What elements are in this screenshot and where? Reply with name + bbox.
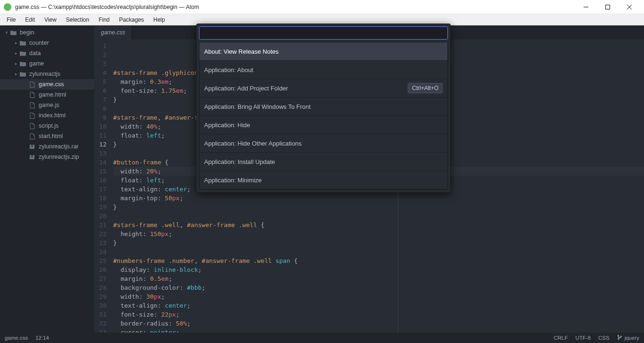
tree-folder-begin[interactable]: ▾begin	[0, 27, 94, 38]
line-number[interactable]: 18	[94, 194, 107, 203]
line-number[interactable]: 25	[94, 256, 107, 265]
tree-archive-zylunreactjs-zip[interactable]: zylunreactjs.zip	[0, 152, 94, 162]
code-line[interactable]: text-align: center;	[113, 301, 644, 310]
line-number[interactable]: 29	[94, 292, 107, 301]
status-git-branch[interactable]: jquery	[617, 335, 639, 341]
code-line[interactable]: margin: 0.5em;	[113, 274, 644, 283]
menu-find[interactable]: Find	[95, 16, 113, 24]
code-line[interactable]: background-color: #bbb;	[113, 283, 644, 292]
tab-active[interactable]: game.css	[94, 25, 132, 40]
tree-folder-game[interactable]: ▸game	[0, 58, 94, 69]
code-line[interactable]: #numbers-frame .number, #answer-frame .w…	[113, 256, 644, 265]
line-number[interactable]: 17	[94, 185, 107, 194]
minimize-button[interactable]	[575, 0, 597, 14]
palette-item[interactable]: Application: About	[199, 61, 447, 79]
maximize-button[interactable]	[597, 0, 619, 14]
code-line[interactable]: }	[113, 203, 644, 212]
code-line[interactable]: font-size: 22px;	[113, 310, 644, 319]
line-number[interactable]: 10	[94, 122, 107, 131]
palette-item[interactable]: Application: Minimize	[199, 171, 447, 189]
line-number[interactable]: 15	[94, 167, 107, 176]
file-icon	[28, 113, 36, 119]
line-number[interactable]: 11	[94, 131, 107, 140]
status-grammar[interactable]: CSS	[598, 335, 610, 341]
status-cursor-pos[interactable]: 12:14	[35, 335, 49, 341]
command-palette-input[interactable]	[203, 30, 444, 37]
palette-item[interactable]: Application: Bring All Windows To Front	[199, 98, 447, 116]
menu-file[interactable]: File	[3, 16, 19, 24]
menu-edit[interactable]: Edit	[21, 16, 39, 24]
line-number[interactable]: 32	[94, 319, 107, 328]
code-line[interactable]: display: inline-block;	[113, 265, 644, 274]
palette-item-label: Application: Install Update	[204, 158, 275, 165]
code-line[interactable]: height: 150px;	[113, 229, 644, 238]
code-line[interactable]: }	[113, 238, 644, 247]
window-title: game.css — C:\xampp\htdocs\testcodes\rea…	[15, 4, 575, 10]
code-line[interactable]: #stars-frame .well, #answer-frame .well …	[113, 220, 644, 229]
tree-file-game-html[interactable]: game.html	[0, 90, 94, 100]
menu-view[interactable]: View	[41, 16, 60, 24]
status-encoding[interactable]: UTF-8	[575, 335, 591, 341]
tree-file-index-html[interactable]: index.html	[0, 110, 94, 121]
line-number[interactable]: 1	[94, 41, 107, 50]
code-line[interactable]	[113, 247, 644, 256]
tree-file-game-css[interactable]: game.css	[0, 79, 94, 90]
line-number[interactable]: 20	[94, 212, 107, 220]
menu-help[interactable]: Help	[149, 16, 169, 24]
menu-selection[interactable]: Selection	[62, 16, 93, 24]
line-number[interactable]: 6	[94, 86, 107, 95]
tree-file-start-html[interactable]: start.html	[0, 131, 94, 141]
tree-view[interactable]: ▾begin▸counter▸data▸game▸zylunreactjsgam…	[0, 25, 94, 333]
line-number[interactable]: 30	[94, 301, 107, 310]
line-number[interactable]: 8	[94, 104, 107, 113]
line-number[interactable]: 12	[94, 140, 107, 149]
command-palette-list[interactable]: About: View Release NotesApplication: Ab…	[199, 42, 448, 190]
line-number[interactable]: 2	[94, 50, 107, 59]
line-number[interactable]: 31	[94, 310, 107, 319]
line-number[interactable]: 28	[94, 283, 107, 292]
menu-packages[interactable]: Packages	[116, 16, 148, 24]
palette-item[interactable]: Application: Hide Other Applications	[199, 134, 447, 153]
line-number[interactable]: 21	[94, 220, 107, 229]
line-number[interactable]: 3	[94, 59, 107, 68]
status-branch-name: jquery	[625, 335, 639, 341]
code-line[interactable]: margin-top: 50px;	[113, 194, 644, 203]
status-file[interactable]: game.css	[5, 335, 28, 341]
line-number[interactable]: 27	[94, 274, 107, 283]
palette-item-label: Application: Hide	[204, 122, 250, 129]
tree-folder-zylunreactjs[interactable]: ▸zylunreactjs	[0, 69, 94, 79]
palette-item-label: Application: Add Project Folder	[204, 85, 288, 92]
palette-item[interactable]: Application: Hide	[199, 116, 447, 134]
code-line[interactable]: cursor: pointer;	[113, 328, 644, 333]
titlebar: game.css — C:\xampp\htdocs\testcodes\rea…	[0, 0, 644, 14]
line-number[interactable]: 24	[94, 247, 107, 256]
chevron-down-icon: ▾	[4, 30, 9, 35]
folder-icon	[19, 61, 26, 66]
line-number[interactable]: 4	[94, 68, 107, 77]
line-number[interactable]: 14	[94, 158, 107, 167]
code-line[interactable]: width: 30px;	[113, 292, 644, 301]
line-number[interactable]: 5	[94, 77, 107, 86]
tree-file-game-js[interactable]: game.js	[0, 100, 94, 110]
line-number[interactable]: 26	[94, 265, 107, 274]
palette-item[interactable]: Application: Add Project FolderCtrl+Alt+…	[199, 79, 447, 98]
palette-item[interactable]: Application: Install Update	[199, 153, 447, 171]
close-button[interactable]	[619, 0, 640, 14]
tree-archive-zylunreactjs-rar[interactable]: zylunreactjs.rar	[0, 141, 94, 152]
code-line[interactable]	[113, 212, 644, 220]
line-number[interactable]: 16	[94, 176, 107, 185]
line-number[interactable]: 33	[94, 328, 107, 333]
line-number[interactable]: 19	[94, 203, 107, 212]
tree-item-label: game	[29, 60, 44, 67]
tree-folder-counter[interactable]: ▸counter	[0, 38, 94, 48]
line-number[interactable]: 9	[94, 113, 107, 122]
code-line[interactable]: border-radius: 50%;	[113, 319, 644, 328]
tree-folder-data[interactable]: ▸data	[0, 48, 94, 58]
line-number[interactable]: 7	[94, 95, 107, 104]
status-eol[interactable]: CRLF	[553, 335, 568, 341]
line-number[interactable]: 13	[94, 149, 107, 158]
tree-file-script-js[interactable]: script.js	[0, 121, 94, 131]
palette-item[interactable]: About: View Release Notes	[199, 42, 447, 61]
line-number[interactable]: 22	[94, 229, 107, 238]
line-number[interactable]: 23	[94, 238, 107, 247]
